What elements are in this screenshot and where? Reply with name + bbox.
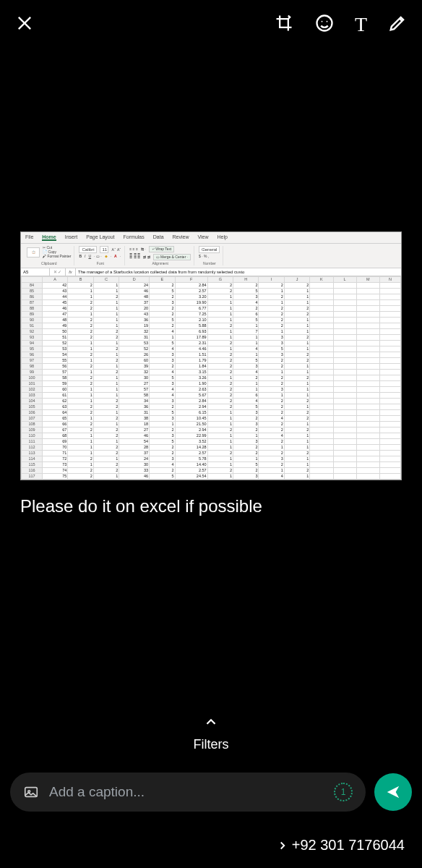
cell[interactable]: 2 bbox=[259, 358, 284, 364]
cell[interactable]: 1 bbox=[93, 352, 119, 358]
close-icon[interactable] bbox=[14, 13, 35, 36]
row-header[interactable]: 116 bbox=[22, 468, 43, 474]
row-header[interactable]: 92 bbox=[22, 329, 43, 335]
cell[interactable]: 2 bbox=[150, 404, 175, 410]
cell[interactable]: 1 bbox=[93, 306, 119, 312]
cell[interactable]: 2 bbox=[93, 346, 119, 352]
cell[interactable]: 1 bbox=[284, 474, 309, 480]
row-header[interactable]: 91 bbox=[22, 323, 43, 329]
cell[interactable]: 2 bbox=[150, 306, 175, 312]
cell[interactable] bbox=[333, 381, 356, 387]
cell[interactable]: 1.90 bbox=[175, 381, 207, 387]
cell[interactable]: 1 bbox=[68, 370, 93, 375]
cell[interactable]: 2 bbox=[93, 468, 119, 474]
cell[interactable]: 3 bbox=[150, 300, 175, 306]
row-header[interactable]: 117 bbox=[22, 474, 43, 480]
cell[interactable] bbox=[356, 427, 379, 433]
cell[interactable]: 2 bbox=[68, 410, 93, 416]
cell[interactable]: 59 bbox=[42, 381, 67, 387]
cell[interactable]: 3 bbox=[233, 294, 259, 300]
cell[interactable]: 2 bbox=[284, 306, 309, 312]
cell[interactable]: 1 bbox=[233, 381, 259, 387]
cell[interactable]: 45 bbox=[42, 300, 67, 306]
cell[interactable]: 1 bbox=[284, 294, 309, 300]
ribbon-tab-home[interactable]: Home bbox=[42, 234, 56, 241]
cell[interactable] bbox=[356, 375, 379, 381]
cell[interactable]: 5 bbox=[233, 462, 259, 468]
cell[interactable] bbox=[379, 300, 400, 306]
cell[interactable]: 2 bbox=[68, 364, 93, 370]
cell[interactable] bbox=[310, 410, 333, 416]
cell[interactable]: 52 bbox=[42, 341, 67, 346]
cell[interactable] bbox=[310, 346, 333, 352]
font-name-select[interactable]: Calibri bbox=[79, 246, 97, 253]
col-header-H[interactable]: H bbox=[233, 277, 259, 283]
cell[interactable]: 52 bbox=[119, 346, 150, 352]
cell[interactable]: 1 bbox=[93, 410, 119, 416]
cell[interactable]: 1 bbox=[284, 341, 309, 346]
cell[interactable]: 1 bbox=[207, 312, 233, 318]
cell[interactable]: 4 bbox=[150, 329, 175, 335]
cell[interactable] bbox=[379, 283, 400, 289]
cell[interactable]: 2 bbox=[93, 445, 119, 451]
font-size-select[interactable]: 11 bbox=[100, 246, 108, 253]
cell[interactable] bbox=[379, 312, 400, 318]
cell[interactable] bbox=[333, 399, 356, 404]
cell[interactable]: 2 bbox=[93, 451, 119, 456]
cell[interactable]: 37 bbox=[119, 451, 150, 456]
cell[interactable]: 2 bbox=[259, 422, 284, 427]
cell[interactable] bbox=[333, 410, 356, 416]
number-format-select[interactable]: General bbox=[199, 246, 220, 253]
cell[interactable]: 5 bbox=[233, 289, 259, 294]
cell[interactable] bbox=[356, 335, 379, 341]
cell[interactable]: 1 bbox=[233, 456, 259, 462]
ribbon-tab-file[interactable]: File bbox=[25, 234, 33, 241]
cell[interactable]: 2 bbox=[93, 399, 119, 404]
cell[interactable]: 2 bbox=[93, 294, 119, 300]
cell[interactable] bbox=[310, 306, 333, 312]
cell[interactable]: 1 bbox=[207, 474, 233, 480]
cell[interactable]: 1 bbox=[259, 289, 284, 294]
recipient-chip[interactable]: +92 301 7176044 bbox=[276, 837, 405, 854]
cell[interactable]: 2 bbox=[284, 283, 309, 289]
cell[interactable]: 62 bbox=[42, 399, 67, 404]
cell[interactable]: 1 bbox=[284, 318, 309, 323]
cell[interactable]: 2 bbox=[150, 451, 175, 456]
spreadsheet-grid[interactable]: ABCDEFGHIJKLMN8442212422.842222854311465… bbox=[21, 276, 401, 480]
cell[interactable]: 3.20 bbox=[175, 294, 207, 300]
cell[interactable]: 1 bbox=[68, 393, 93, 399]
cell[interactable]: 46 bbox=[119, 289, 150, 294]
cell[interactable] bbox=[356, 433, 379, 439]
cell[interactable]: 3 bbox=[233, 439, 259, 445]
cell[interactable]: 2 bbox=[207, 393, 233, 399]
cell[interactable]: 4 bbox=[150, 462, 175, 468]
cell[interactable]: 14.28 bbox=[175, 445, 207, 451]
cell[interactable]: 1 bbox=[284, 370, 309, 375]
cell[interactable]: 2 bbox=[207, 381, 233, 387]
cell[interactable]: 1 bbox=[93, 364, 119, 370]
paste-button[interactable]: 📋 bbox=[27, 247, 40, 258]
cell[interactable] bbox=[379, 346, 400, 352]
cell[interactable]: 3.26 bbox=[175, 375, 207, 381]
cell[interactable]: 1 bbox=[207, 422, 233, 427]
cell[interactable]: 60 bbox=[42, 387, 67, 393]
cell[interactable]: 2 bbox=[93, 462, 119, 468]
cell[interactable]: 1 bbox=[284, 387, 309, 393]
cell[interactable] bbox=[356, 439, 379, 445]
cell[interactable]: 1 bbox=[68, 289, 93, 294]
cell[interactable]: 48 bbox=[119, 294, 150, 300]
cell[interactable]: 1 bbox=[259, 393, 284, 399]
cell[interactable]: 58 bbox=[119, 393, 150, 399]
cell[interactable] bbox=[356, 352, 379, 358]
cell[interactable] bbox=[356, 404, 379, 410]
cell[interactable]: 51 bbox=[42, 335, 67, 341]
cell[interactable] bbox=[310, 335, 333, 341]
cell[interactable] bbox=[333, 422, 356, 427]
cell[interactable] bbox=[310, 416, 333, 422]
cell[interactable]: 2 bbox=[284, 410, 309, 416]
cell[interactable]: 2 bbox=[68, 381, 93, 387]
cell[interactable]: 31 bbox=[119, 410, 150, 416]
cell[interactable]: 2.10 bbox=[175, 318, 207, 323]
col-header-C[interactable]: C bbox=[93, 277, 119, 283]
cell[interactable]: 3 bbox=[259, 352, 284, 358]
